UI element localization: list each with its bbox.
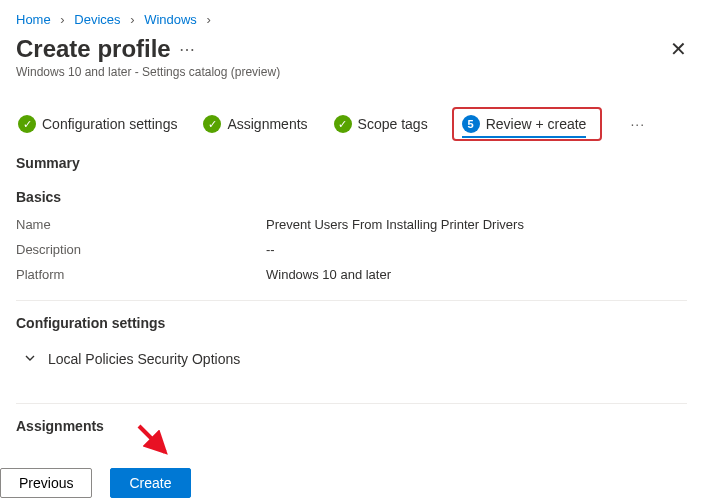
breadcrumb-home[interactable]: Home [16,12,51,27]
footer-actions: Previous Create [0,459,703,504]
tab-review-create[interactable]: 5 Review + create [452,107,603,141]
tab-configuration-settings[interactable]: ✓ Configuration settings [16,111,179,137]
chevron-down-icon [24,351,36,367]
tab-label: Assignments [227,116,307,132]
field-label: Description [16,242,266,257]
assignments-heading: Assignments [16,418,687,434]
field-label: Platform [16,267,266,282]
field-value: Windows 10 and later [266,267,391,282]
create-button[interactable]: Create [110,468,190,498]
tab-label: Configuration settings [42,116,177,132]
config-settings-heading: Configuration settings [16,315,687,331]
step-tabs: ✓ Configuration settings ✓ Assignments ✓… [16,107,687,141]
summary-heading: Summary [16,155,687,171]
tab-assignments[interactable]: ✓ Assignments [201,111,309,137]
check-icon: ✓ [334,115,352,133]
chevron-right-icon: › [60,12,64,27]
field-value: -- [266,242,275,257]
breadcrumb-devices[interactable]: Devices [74,12,120,27]
tab-label: Scope tags [358,116,428,132]
breadcrumb: Home › Devices › Windows › [16,12,687,27]
basics-description-row: Description -- [16,242,687,257]
page-subtitle: Windows 10 and later - Settings catalog … [16,65,687,79]
breadcrumb-windows[interactable]: Windows [144,12,197,27]
chevron-right-icon: › [207,12,211,27]
basics-platform-row: Platform Windows 10 and later [16,267,687,282]
divider [16,300,687,301]
check-icon: ✓ [18,115,36,133]
title-more-icon[interactable]: ⋯ [179,40,195,59]
basics-heading: Basics [16,189,687,205]
field-label: Name [16,217,266,232]
expander-label: Local Policies Security Options [48,351,240,367]
chevron-right-icon: › [130,12,134,27]
previous-button[interactable]: Previous [0,468,92,498]
tab-scope-tags[interactable]: ✓ Scope tags [332,111,430,137]
check-icon: ✓ [203,115,221,133]
divider [16,403,687,404]
expander-local-policies[interactable]: Local Policies Security Options [16,343,687,385]
step-number-badge: 5 [462,115,480,133]
tab-label: Review + create [486,116,587,132]
basics-name-row: Name Prevent Users From Installing Print… [16,217,687,232]
tabs-more-icon[interactable]: ··· [624,116,651,132]
page-title: Create profile [16,35,171,63]
field-value: Prevent Users From Installing Printer Dr… [266,217,524,232]
close-icon[interactable]: ✕ [670,37,687,61]
